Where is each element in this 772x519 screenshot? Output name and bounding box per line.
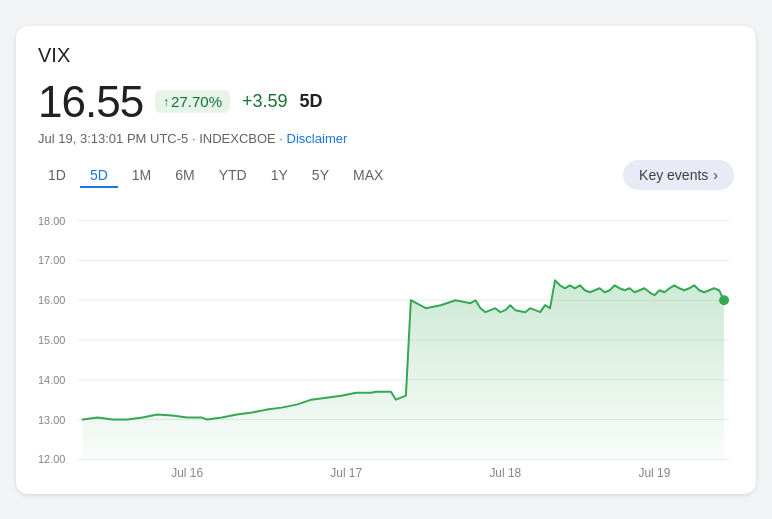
ticker-symbol: VIX: [38, 44, 734, 67]
y-label-12: 12.00: [38, 453, 65, 465]
current-price-dot: [719, 295, 729, 305]
period-max[interactable]: MAX: [343, 162, 393, 188]
period-1d[interactable]: 1D: [38, 162, 76, 188]
period-5d[interactable]: 5D: [80, 162, 118, 188]
price-row: 16.55 ↑ 27.70% +3.59 5D: [38, 77, 734, 127]
x-label-jul19: Jul 19: [639, 466, 671, 480]
timestamp: Jul 19, 3:13:01 PM UTC-5: [38, 131, 188, 146]
price-chart: 18.00 17.00 16.00 15.00 14.00 13.00 12.0…: [38, 200, 734, 480]
stock-card: VIX 16.55 ↑ 27.70% +3.59 5D Jul 19, 3:13…: [16, 26, 756, 494]
change-pct-value: 27.70%: [171, 93, 222, 110]
meta-row: Jul 19, 3:13:01 PM UTC-5 · INDEXCBOE · D…: [38, 131, 734, 146]
y-label-16: 16.00: [38, 294, 65, 306]
x-label-jul17: Jul 17: [330, 466, 362, 480]
change-period: 5D: [300, 91, 323, 112]
period-1y[interactable]: 1Y: [261, 162, 298, 188]
disclaimer-link[interactable]: Disclaimer: [287, 131, 348, 146]
period-6m[interactable]: 6M: [165, 162, 204, 188]
key-events-button[interactable]: Key events ›: [623, 160, 734, 190]
period-ytd[interactable]: YTD: [209, 162, 257, 188]
change-points: +3.59: [242, 91, 288, 112]
source: INDEXCBOE: [199, 131, 276, 146]
period-1m[interactable]: 1M: [122, 162, 161, 188]
key-events-label: Key events: [639, 167, 708, 183]
current-price: 16.55: [38, 77, 143, 127]
controls-row: 1D 5D 1M 6M YTD 1Y 5Y MAX Key events ›: [38, 160, 734, 190]
y-label-14: 14.00: [38, 373, 65, 385]
x-label-jul18: Jul 18: [489, 466, 521, 480]
change-badge: ↑ 27.70%: [155, 90, 230, 113]
y-label-15: 15.00: [38, 333, 65, 345]
chevron-right-icon: ›: [713, 167, 718, 183]
change-arrow-icon: ↑: [163, 95, 169, 109]
x-label-jul16: Jul 16: [171, 466, 203, 480]
chart-area-fill: [83, 280, 724, 459]
y-label-18: 18.00: [38, 214, 65, 226]
y-label-13: 13.00: [38, 413, 65, 425]
time-period-buttons: 1D 5D 1M 6M YTD 1Y 5Y MAX: [38, 162, 393, 188]
chart-container: 18.00 17.00 16.00 15.00 14.00 13.00 12.0…: [38, 200, 734, 480]
y-label-17: 17.00: [38, 254, 65, 266]
period-5y[interactable]: 5Y: [302, 162, 339, 188]
